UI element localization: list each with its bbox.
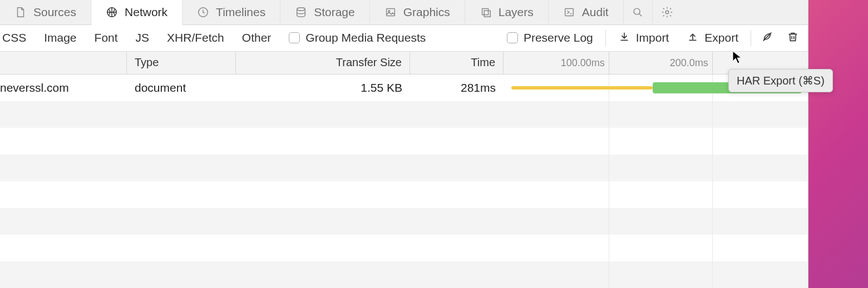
- upload-icon: [687, 31, 699, 46]
- filter-bar: CSS Image Font JS XHR/Fetch Other Group …: [0, 25, 808, 52]
- cell-type: document: [127, 75, 236, 101]
- checkbox-label: Preserve Log: [524, 31, 593, 44]
- tab-storage[interactable]: Storage: [280, 0, 370, 24]
- tab-label: Sources: [33, 6, 76, 19]
- tab-audit[interactable]: Audit: [549, 0, 624, 24]
- filter-font[interactable]: Font: [86, 31, 127, 44]
- download-icon: [618, 31, 630, 46]
- export-button[interactable]: Export: [678, 31, 747, 46]
- file-icon: [14, 6, 27, 18]
- filter-xhr[interactable]: XHR/Fetch: [158, 31, 233, 44]
- tab-layers[interactable]: Layers: [465, 0, 549, 24]
- tab-label: Audit: [582, 6, 609, 19]
- group-media-checkbox[interactable]: Group Media Requests: [280, 31, 435, 44]
- clock-icon: [197, 6, 209, 18]
- tab-network[interactable]: Network: [91, 0, 183, 25]
- search-icon: [632, 6, 644, 18]
- svg-point-9: [665, 11, 669, 14]
- tab-timelines[interactable]: Timelines: [183, 0, 280, 24]
- checkbox-label: Group Media Requests: [305, 31, 426, 44]
- separator: [605, 29, 606, 46]
- tab-strip: Sources Network Timelines Storage Graphi…: [0, 0, 808, 25]
- col-name[interactable]: [0, 52, 127, 74]
- timeline-tick: 200.0ms: [712, 52, 713, 74]
- desktop-background: [808, 0, 868, 288]
- checkbox-box: [507, 32, 518, 43]
- export-tooltip: HAR Export (⌘S): [728, 69, 833, 92]
- import-button[interactable]: Import: [609, 31, 678, 46]
- button-label: Export: [704, 31, 738, 44]
- svg-rect-5: [482, 8, 488, 14]
- col-transfer-size[interactable]: Transfer Size: [236, 52, 410, 74]
- cell-size: 1.55 KB: [236, 75, 410, 101]
- preserve-log-checkbox[interactable]: Preserve Log: [498, 31, 602, 44]
- table-row: [0, 101, 808, 128]
- button-label: Import: [636, 31, 669, 44]
- table-row[interactable]: neverssl.com document 1.55 KB 281ms: [0, 75, 808, 101]
- checkbox-box: [289, 32, 300, 43]
- tab-label: Storage: [314, 6, 355, 19]
- table-row: [0, 261, 808, 288]
- search-button[interactable]: [624, 0, 653, 24]
- tab-label: Layers: [499, 6, 534, 19]
- cell-name: neverssl.com: [0, 75, 127, 101]
- tab-label: Timelines: [216, 6, 265, 19]
- devtools-panel: Sources Network Timelines Storage Graphi…: [0, 0, 808, 288]
- trash-icon: [787, 31, 799, 46]
- network-icon: [106, 6, 118, 18]
- svg-rect-3: [386, 8, 394, 16]
- col-time[interactable]: Time: [410, 52, 504, 74]
- filter-image[interactable]: Image: [35, 31, 85, 44]
- layers-icon: [480, 6, 492, 18]
- table-row: [0, 181, 808, 208]
- separator: [751, 29, 751, 46]
- settings-button[interactable]: [653, 0, 682, 24]
- table-row: [0, 155, 808, 181]
- tab-graphics[interactable]: Graphics: [370, 0, 465, 24]
- filter-js[interactable]: JS: [127, 31, 159, 44]
- svg-point-8: [634, 8, 640, 14]
- waterfall-wait-bar: [511, 86, 653, 90]
- table-body: neverssl.com document 1.55 KB 281ms: [0, 75, 808, 288]
- col-type[interactable]: Type: [127, 52, 236, 74]
- tab-label: Network: [125, 6, 167, 19]
- database-icon: [295, 6, 307, 18]
- table-row: [0, 235, 808, 261]
- audit-icon: [563, 6, 575, 18]
- gear-icon: [661, 6, 673, 18]
- tab-sources[interactable]: Sources: [0, 0, 91, 24]
- table-row: [0, 128, 808, 155]
- svg-point-2: [297, 8, 305, 11]
- image-icon: [384, 6, 397, 18]
- cell-time: 281ms: [410, 75, 504, 101]
- tab-label: Graphics: [403, 6, 450, 19]
- table-header: Type Transfer Size Time 100.00ms 200.0ms: [0, 52, 808, 75]
- filter-css[interactable]: CSS: [2, 31, 35, 44]
- svg-rect-6: [484, 11, 490, 17]
- timeline-tick: 100.00ms: [609, 52, 609, 74]
- clear-filters-button[interactable]: [754, 27, 780, 49]
- leaf-slash-icon: [761, 31, 773, 46]
- clear-button[interactable]: [780, 27, 806, 49]
- filter-other[interactable]: Other: [233, 31, 280, 44]
- table-row: [0, 208, 808, 235]
